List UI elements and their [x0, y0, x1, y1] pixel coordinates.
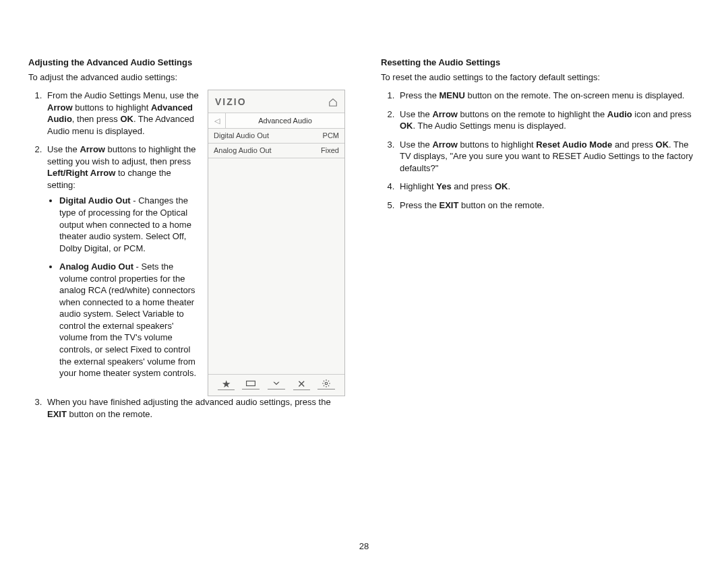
page-number: 28: [0, 540, 728, 553]
svg-rect-0: [247, 381, 255, 386]
left-step-1: From the Audio Settings Menu, use the Ar…: [44, 90, 200, 137]
right-step-1: Press the MENU button on the remote. The…: [397, 90, 700, 102]
right-step-5: Press the EXIT button on the remote.: [397, 199, 700, 212]
right-step-4: Highlight Yes and press OK.: [397, 181, 700, 193]
left-heading: Adjusting the Advanced Audio Settings: [28, 57, 347, 69]
device-menu-titlebar: ◁ Advanced Audio: [208, 113, 344, 129]
right-heading: Resetting the Audio Settings: [381, 57, 700, 69]
right-intro-text: To reset the audio settings to the facto…: [381, 71, 700, 84]
star-icon: ★: [218, 379, 235, 390]
device-bottom-icons: ★ ✕: [208, 374, 344, 396]
chevron-down-icon: [268, 379, 285, 389]
menu-title: Advanced Audio: [226, 113, 344, 128]
device-row-digital-audio-out: Digital Audio Out PCM: [208, 129, 344, 144]
row-value: Fixed: [321, 146, 339, 156]
right-step-3: Use the Arrow buttons to highlight Reset…: [397, 139, 700, 175]
left-step-2: Use the Arrow buttons to highlight the s…: [44, 144, 200, 379]
right-step-2: Use the Arrow buttons on the remote to h…: [397, 108, 700, 132]
device-body-empty: [208, 158, 344, 374]
row-label: Analog Audio Out: [214, 146, 272, 156]
left-step-3: When you have finished adjusting the adv…: [44, 396, 347, 420]
home-icon: [328, 98, 338, 107]
svg-point-1: [325, 383, 328, 385]
row-value: PCM: [323, 131, 339, 141]
bullet-digital-audio-out: Digital Audio Out - Changes the type of …: [59, 195, 200, 254]
wide-icon: [242, 379, 260, 389]
gear-icon: [317, 379, 335, 389]
vizio-logo: VIZIO: [215, 96, 247, 108]
device-screenshot: VIZIO ◁ Advanced Audio Digital Audio Out…: [208, 90, 345, 396]
bullet-analog-audio-out: Analog Audio Out - Sets the volume contr…: [59, 261, 200, 379]
device-row-analog-audio-out: Analog Audio Out Fixed: [208, 144, 344, 158]
left-intro-text: To adjust the advanced audio settings:: [28, 71, 347, 84]
back-arrow-icon: ◁: [208, 113, 226, 128]
close-icon: ✕: [293, 379, 310, 390]
row-label: Digital Audio Out: [214, 131, 269, 141]
